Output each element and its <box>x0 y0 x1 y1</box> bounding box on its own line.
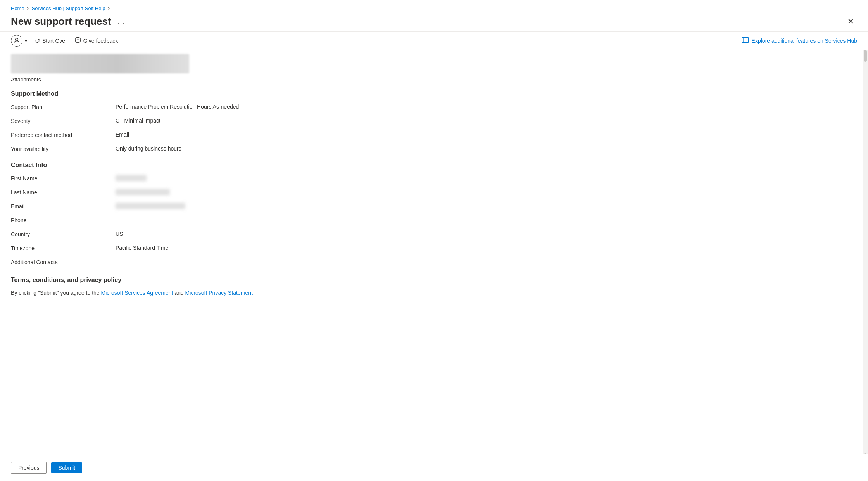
explore-icon <box>742 37 749 44</box>
severity-label: Severity <box>11 118 116 124</box>
terms-text-before: By clicking "Submit" you agree to the <box>11 290 101 296</box>
country-value: US <box>116 231 852 237</box>
preferred-contact-value: Email <box>116 131 852 138</box>
toolbar: ▾ ↺ Start Over Give feedback <box>0 31 868 50</box>
contact-info-header: Contact Info <box>11 162 852 169</box>
last-name-value <box>116 189 852 195</box>
attachment-blur <box>11 54 189 73</box>
breadcrumb-services-hub[interactable]: Services Hub | Support Self Help <box>32 5 105 11</box>
toolbar-left: ▾ ↺ Start Over Give feedback <box>11 35 118 47</box>
country-row: Country US <box>11 231 852 239</box>
start-over-item[interactable]: ↺ Start Over <box>35 37 67 45</box>
page-title: New support request <box>11 16 111 28</box>
terms-text: By clicking "Submit" you agree to the Mi… <box>11 290 852 296</box>
breadcrumb-sep2: > <box>108 6 110 11</box>
submit-button[interactable]: Submit <box>51 462 82 473</box>
main-content: Attachments Support Method Support Plan … <box>0 50 868 481</box>
scrollbar-track: ▲ ▼ <box>863 50 868 481</box>
first-name-label: First Name <box>11 175 116 182</box>
support-plan-label: Support Plan <box>11 104 116 110</box>
support-method-header: Support Method <box>11 90 852 97</box>
page-header: New support request ... ✕ <box>0 14 868 31</box>
terms-text-middle: and <box>173 290 185 296</box>
header-left: New support request ... <box>11 16 128 28</box>
last-name-row: Last Name <box>11 189 852 197</box>
previous-button[interactable]: Previous <box>11 462 47 474</box>
terms-header: Terms, conditions, and privacy policy <box>11 277 852 284</box>
explore-label: Explore additional features on Services … <box>752 38 857 44</box>
availability-value: Only during business hours <box>116 145 852 152</box>
user-account-item[interactable]: ▾ <box>11 35 27 47</box>
availability-label: Your availability <box>11 145 116 152</box>
give-feedback-item[interactable]: Give feedback <box>75 37 118 45</box>
explore-features-item[interactable]: Explore additional features on Services … <box>742 37 857 44</box>
bottom-bar: Previous Submit <box>0 454 868 481</box>
phone-row: Phone <box>11 217 852 225</box>
breadcrumb-sep1: > <box>27 6 29 11</box>
user-icon <box>11 35 22 47</box>
first-name-value <box>116 175 852 181</box>
attachments-label: Attachments <box>11 76 852 83</box>
additional-contacts-row: Additional Contacts <box>11 259 852 267</box>
svg-rect-4 <box>742 38 748 43</box>
support-plan-value: Performance Problem Resolution Hours As-… <box>116 104 852 110</box>
email-row: Email <box>11 203 852 211</box>
timezone-value: Pacific Standard Time <box>116 245 852 251</box>
preferred-contact-row: Preferred contact method Email <box>11 131 852 140</box>
microsoft-privacy-statement-link[interactable]: Microsoft Privacy Statement <box>185 290 253 296</box>
support-plan-row: Support Plan Performance Problem Resolut… <box>11 104 852 112</box>
microsoft-services-agreement-link[interactable]: Microsoft Services Agreement <box>101 290 173 296</box>
close-button[interactable]: ✕ <box>844 15 857 28</box>
country-label: Country <box>11 231 116 237</box>
availability-row: Your availability Only during business h… <box>11 145 852 154</box>
start-over-label: Start Over <box>42 38 67 44</box>
refresh-icon: ↺ <box>35 37 40 45</box>
timezone-row: Timezone Pacific Standard Time <box>11 245 852 253</box>
breadcrumb-home[interactable]: Home <box>11 5 24 11</box>
svg-point-2 <box>77 39 78 40</box>
severity-value: C - Minimal impact <box>116 118 852 124</box>
email-label: Email <box>11 203 116 209</box>
additional-contacts-label: Additional Contacts <box>11 259 116 265</box>
breadcrumb: Home > Services Hub | Support Self Help … <box>0 0 868 14</box>
content-area: Attachments Support Method Support Plan … <box>0 50 863 481</box>
give-feedback-label: Give feedback <box>83 38 118 44</box>
last-name-label: Last Name <box>11 189 116 196</box>
email-value <box>116 203 852 209</box>
first-name-row: First Name <box>11 175 852 183</box>
feedback-icon <box>75 37 81 45</box>
scrollbar-thumb-top[interactable] <box>864 50 867 62</box>
preferred-contact-label: Preferred contact method <box>11 131 116 138</box>
terms-section: Terms, conditions, and privacy policy By… <box>11 277 852 296</box>
ellipsis-button[interactable]: ... <box>115 17 128 26</box>
phone-label: Phone <box>11 217 116 223</box>
chevron-down-icon: ▾ <box>25 38 27 43</box>
severity-row: Severity C - Minimal impact <box>11 118 852 126</box>
timezone-label: Timezone <box>11 245 116 251</box>
